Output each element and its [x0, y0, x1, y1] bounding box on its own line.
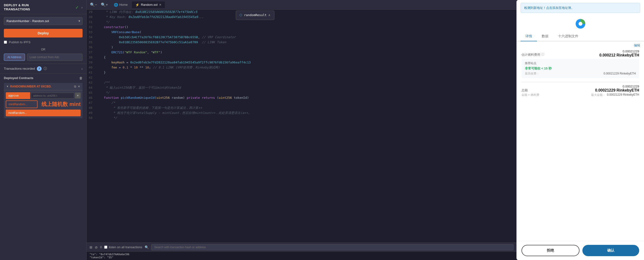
- code-line-33: 33 VRFConsumerBase(: [87, 30, 516, 35]
- max-total-label: 最大金额：: [591, 93, 606, 97]
- listen-checkbox[interactable]: [104, 246, 107, 249]
- code-line-35: 35 0x01BE23585060835E02B77ef475b0Cc51aA1…: [87, 40, 516, 45]
- approve-button[interactable]: approve: [6, 92, 30, 99]
- info-icon[interactable]: ⓘ: [44, 67, 47, 71]
- deployed-contracts-label: Deployed Contracts: [4, 76, 34, 80]
- notification-bar[interactable]: 检测到新地址！点击添加至地址簿。: [520, 3, 640, 13]
- mint-random-outlined-button[interactable]: mintRandom...: [6, 101, 38, 108]
- modal-tab-hex[interactable]: 十六进制文件: [553, 32, 583, 41]
- max-fee-value: 0.00021229 RinkebyETH: [604, 72, 636, 75]
- at-address-button[interactable]: At Address: [4, 54, 25, 61]
- home-tab-label: Home: [119, 3, 128, 6]
- code-area[interactable]: ⬡ randomResult A 29 * LINK 代币地址: 0x01BE2…: [87, 10, 516, 243]
- reject-button[interactable]: 拒绝: [522, 245, 580, 256]
- code-line-45: 45 */: [87, 90, 516, 95]
- random-sol-tab-icon: ⚡: [135, 3, 139, 7]
- estimated-fee-label: 估计燃料费用 ⓘ: [522, 53, 544, 57]
- home-tab-icon: 🌐: [114, 3, 118, 7]
- contract-close-icon[interactable]: ✕: [78, 85, 80, 88]
- contract-buttons: approve ▾ mintRandom... 线上随机数 mint mintR…: [4, 90, 82, 118]
- code-line-40: 40 fee = 0.1 * 10 ** 18; // 0.1 LINK (VR…: [87, 65, 516, 70]
- estimated-fee-large: 0.000212 RinkebyETH: [600, 53, 639, 57]
- total-value-col: 0.00021229 0.00021229 RinkebyETH 最大金额： 0…: [591, 85, 639, 97]
- editor-tabs: 🔍− 🔍+ 🌐 Home ⚡ Random.sol ✕: [87, 0, 516, 10]
- stop-icon[interactable]: ⊘: [95, 245, 98, 249]
- divider: [522, 82, 639, 82]
- code-line-38: 38 {: [87, 55, 516, 60]
- load-contract-input[interactable]: [27, 54, 82, 61]
- bottom-bar: ⊞ ⊘ 0 listen on all transactions 🔍: [87, 243, 516, 252]
- zoom-out-icon[interactable]: 🔍−: [88, 1, 98, 8]
- random-sol-tab-label: Random.sol: [141, 3, 158, 6]
- approve-fn-row: approve ▾: [6, 92, 80, 99]
- max-fee-label: 最高收费：: [525, 72, 539, 76]
- tab-random-sol[interactable]: ⚡ Random.sol ✕: [132, 1, 164, 8]
- left-panel: DEPLOY & RUNTRANSACTIONS ✓ › RandomNumbe…: [0, 0, 87, 260]
- max-total-row: 最大金额： 0.00021229 RinkebyETH: [591, 93, 639, 97]
- tx-output: "to": "0xf47db37AA0a6eC06 "tokenId": "55…: [87, 252, 516, 260]
- chevron-right-icon[interactable]: ›: [81, 5, 82, 9]
- contract-select-wrapper: RandomNumber - Random.sol ▾: [4, 17, 82, 25]
- total-small: 0.00021229: [591, 85, 639, 88]
- copy-icon[interactable]: ⧉: [74, 85, 76, 88]
- trash-icon[interactable]: 🗑: [79, 76, 82, 80]
- mint-annotation: 线上随机数 mint: [42, 101, 80, 108]
- approve-chevron-button[interactable]: ▾: [75, 93, 80, 99]
- code-line-42: 42: [87, 75, 516, 80]
- panel-header: DEPLOY & RUNTRANSACTIONS ✓ ›: [0, 0, 86, 14]
- estimated-fee-value-col: 0.00021229 0.000212 RinkebyETH: [600, 49, 639, 57]
- code-line-37: 37 ERC721("WTF Random", "WTF"): [87, 50, 516, 55]
- transactions-badge: 7: [37, 66, 42, 71]
- estimated-fee-section: 估计燃料费用 ⓘ 0.00021229 0.000212 RinkebyETH …: [522, 49, 639, 78]
- estimated-fee-row: 估计燃料费用 ⓘ 0.00021229 0.000212 RinkebyETH: [522, 49, 639, 57]
- publish-ipfs-checkbox[interactable]: [4, 41, 7, 44]
- contract-item-name: RANDOMNUMBER AT 0XCBD.: [10, 85, 73, 88]
- search-icon[interactable]: 🔍: [145, 245, 149, 249]
- tab-home[interactable]: 🌐 Home: [110, 1, 131, 8]
- svg-point-1: [578, 22, 582, 26]
- total-large: 0.00021229 RinkebyETH: [591, 88, 639, 93]
- modal-tabs: 详情 数据 十六进制文件: [517, 32, 644, 41]
- code-line-29: 29 * LINK 代币地址: 0x01BE23585060835E02B77e…: [87, 10, 516, 15]
- deployed-contracts-header: Deployed Contracts 🗑: [0, 74, 86, 81]
- approve-input[interactable]: [31, 93, 74, 99]
- estimated-fee-small: 0.00021229: [600, 49, 639, 53]
- publish-ipfs-label: Publish to IPFS: [9, 40, 30, 44]
- transactions-chevron-icon[interactable]: ›: [81, 67, 82, 71]
- collapse-icon[interactable]: ⊞: [90, 245, 92, 249]
- code-line-44: 44 * 输入uint256数字，返回一个可以mint的tokenId: [87, 85, 516, 90]
- check-icon: ✓: [75, 5, 79, 10]
- modal-tab-details[interactable]: 详情: [520, 32, 537, 41]
- editor-panel: 🔍− 🔍+ 🌐 Home ⚡ Random.sol ✕ ⬡ randomResu…: [87, 0, 516, 260]
- contract-select[interactable]: RandomNumber - Random.sol: [4, 17, 82, 25]
- station-max-row: 最高收费： 0.00021229 RinkebyETH: [525, 72, 636, 76]
- modal-tab-data[interactable]: 数据: [537, 32, 553, 41]
- mint-random-button[interactable]: mintRandom...: [6, 110, 80, 116]
- edit-link[interactable]: 编辑: [517, 41, 644, 48]
- right-panel: 检测到新地址！点击添加至地址簿。 详情 数据 十六进制文件 编辑 估计燃料费用 …: [516, 0, 644, 260]
- confirm-button[interactable]: 确认: [582, 245, 640, 256]
- search-bar[interactable]: [151, 244, 514, 250]
- station-speed: 非常可能在 < 15 秒: [525, 66, 636, 71]
- station-section: 推荐站点 非常可能在 < 15 秒 最高收费： 0.00021229 Rinke…: [522, 59, 639, 78]
- code-line-30: 30 * Key Hash: 0x2ed0feb3e7fd2022120aa84…: [87, 15, 516, 20]
- max-total-value: 0.00021229 RinkebyETH: [607, 93, 639, 97]
- code-line-49: 49 * 相当于先计算totalSupply - mintCount，然后自增m…: [87, 111, 516, 116]
- code-line-41: 41 }: [87, 70, 516, 75]
- fee-info-icon[interactable]: ⓘ: [541, 53, 544, 57]
- tx-count: 0: [100, 245, 102, 249]
- listen-label: listen on all transactions: [109, 245, 142, 249]
- deploy-button[interactable]: Deploy: [4, 29, 82, 37]
- tab-close-icon[interactable]: ✕: [159, 3, 162, 6]
- station-label: 推荐站点: [525, 61, 636, 65]
- modal-logo-row: [517, 16, 644, 31]
- zoom-in-icon[interactable]: 🔍+: [100, 1, 109, 8]
- autocomplete-item[interactable]: ⬡ randomResult A: [236, 12, 274, 19]
- or-divider: OR: [0, 47, 86, 54]
- search-input[interactable]: [154, 246, 510, 249]
- editor-bottom: ⊞ ⊘ 0 listen on all transactions 🔍 "to":…: [87, 243, 516, 260]
- modal-content: 估计燃料费用 ⓘ 0.00021229 0.000212 RinkebyETH …: [517, 48, 644, 241]
- code-line-36: 36 ): [87, 45, 516, 50]
- contract-expand-icon[interactable]: ▼: [6, 85, 9, 88]
- code-line-39: 39 keyHash = 0x2ed0feb3e7fd2022120aa84fa…: [87, 60, 516, 65]
